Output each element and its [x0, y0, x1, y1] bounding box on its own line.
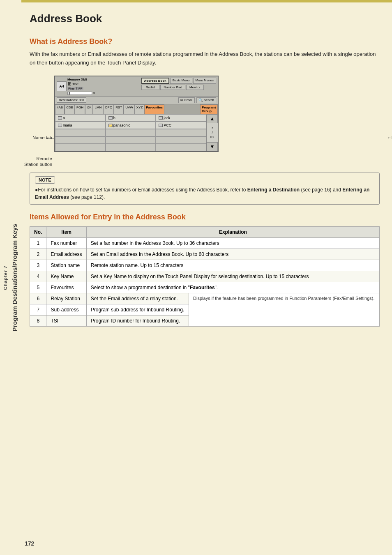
col-header-no: No. [30, 226, 46, 237]
tab-fgh[interactable]: FGH [75, 104, 85, 114]
scroll-up-btn[interactable]: ▲ [207, 114, 218, 123]
text-mode-label: Text [72, 82, 78, 86]
table-row: 5 Favourites Select to show a programmed… [30, 282, 380, 293]
search-btn[interactable]: 🔍 Search [196, 97, 216, 103]
row3-item: Station name [46, 260, 86, 271]
grid-cell-empty-4-2 [106, 136, 156, 144]
section2-title: Items Allowed for Entry in the Address B… [30, 213, 380, 221]
row4-explanation: Set a Key Name to display on the Touch P… [86, 271, 379, 282]
name-tab-line [46, 138, 54, 138]
grid-cell-empty-5-1 [55, 144, 106, 151]
note-bold1: Entering a Destination [247, 187, 300, 193]
grid-cell-maria[interactable]: maria [55, 122, 106, 129]
grid-cell-a[interactable]: a [55, 114, 106, 122]
row1-item: Fax number [46, 237, 86, 249]
col-header-item: Item [46, 226, 86, 237]
basic-menu-btn[interactable]: Basic Menu [170, 78, 192, 84]
row2-item: Email address [46, 249, 86, 260]
row1-explanation: Set a fax number in the Address Book. Up… [86, 237, 379, 249]
tab-rst[interactable]: RST [114, 104, 124, 114]
more-menus-btn[interactable]: More Menus [193, 78, 216, 84]
ui-diagram: Name tab RemoteStation button ←Favourite… [54, 76, 380, 152]
scroll-column: ▲ 7 / 01 ▼ [206, 114, 218, 151]
grid-cell-empty-4-1 [55, 136, 106, 144]
row1-no: 1 [30, 237, 46, 249]
tab-uvw[interactable]: UVW [124, 104, 135, 114]
table-row: 6 Relay Station Set the Email address of… [30, 293, 380, 304]
grid-cell-jack[interactable]: jack [156, 114, 206, 122]
grid-cell-panasonic[interactable]: 📁 panasonic [106, 122, 156, 129]
label-name-tab: Name tab [25, 135, 52, 140]
scroll-num-01: 01 [210, 135, 214, 139]
row6-no: 6 [30, 293, 46, 304]
section1-title: What is Address Book? [30, 37, 380, 46]
main-content: Address Book What is Address Book? With … [21, 0, 392, 339]
row5-no: 5 [30, 282, 46, 293]
number-pad-btn[interactable]: Number Pad [160, 85, 185, 90]
grid-cell-b[interactable]: b [106, 114, 156, 122]
email-btn[interactable]: ✉ Email [178, 97, 195, 103]
grid-cell-empty-3-2 [106, 129, 156, 136]
row2-explanation: Set an Email address in the Address Book… [86, 249, 379, 260]
row5-explanation: Select to show a programmed destination … [86, 282, 379, 293]
row4-item: Key Name [46, 271, 86, 282]
tab-opq[interactable]: OPQ [103, 104, 114, 114]
destinations-label: Destinations: 000 [57, 97, 86, 103]
row4-no: 4 [30, 271, 46, 282]
grid-cell-empty-4-3 [156, 136, 206, 144]
text-icon: 🖹 [67, 82, 71, 86]
row6-item: Relay Station [46, 293, 86, 304]
row7-explanation: Program sub-address for Inbound Routing. [86, 304, 189, 315]
scroll-number-display: 7 / 01 [207, 123, 218, 142]
note-box: NOTE ●For instructions on how to set fax… [30, 173, 380, 205]
tab-hash-ab[interactable]: #AB [55, 104, 65, 114]
monitor-btn[interactable]: Monitor [186, 85, 204, 90]
tab-cde[interactable]: CDE [65, 104, 75, 114]
page-title: Address Book [30, 12, 380, 28]
tab-ijk[interactable]: IJK [85, 104, 93, 114]
memory-xmi-label: Memory XMI [67, 78, 95, 81]
col-header-explanation: Explanation [86, 226, 379, 237]
note-text: ●For instructions on how to set fax numb… [35, 186, 374, 201]
row8-explanation: Program ID number for Inbound Routing. [86, 315, 189, 326]
grid-cell-empty-5-2 [106, 144, 156, 151]
label-favourites: ←Favourites [387, 135, 392, 140]
page-number: 172 [25, 540, 34, 547]
table-row: 3 Station name Remote station name. Up t… [30, 260, 380, 271]
address-book-btn[interactable]: Address Book [141, 78, 169, 84]
scroll-down-btn[interactable]: ▼ [207, 142, 218, 151]
row8-item: TSI [46, 315, 86, 326]
grid-cell-pcc[interactable]: PCC [156, 122, 206, 129]
table-row: 1 Fax number Set a fax number in the Add… [30, 237, 380, 249]
row5-item: Favourites [46, 282, 86, 293]
progress-indicator [69, 92, 70, 94]
items-table: No. Item Explanation 1 Fax number Set a … [30, 226, 380, 327]
row3-explanation: Remote station name. Up to 15 characters [86, 260, 379, 271]
section1-intro: With the fax numbers or Email addresses … [30, 50, 380, 67]
tab-lmn[interactable]: LMN [93, 104, 103, 114]
table-row: 4 Key Name Set a Key Name to display on … [30, 271, 380, 282]
a4-label: A4 [57, 81, 67, 91]
tab-favourites[interactable]: Favourites [144, 104, 164, 114]
tab-xyz[interactable]: XYZ [135, 104, 145, 114]
grid-cell-empty-3-3 [156, 129, 206, 136]
note-text-before: For instructions on how to set fax numbe… [38, 187, 247, 193]
row6-explanation: Set the Email address of a relay station… [86, 293, 189, 304]
note-text-mid: (see page 16) and [300, 187, 342, 193]
note-text-end: (see page 112). [69, 194, 105, 200]
email-btn-label: Email [184, 98, 193, 102]
row8-no: 8 [30, 315, 46, 326]
sidebar-chapter-label: Chapter 7 [2, 265, 9, 290]
redial-btn[interactable]: Redial [141, 85, 160, 90]
id-label: D [93, 92, 95, 94]
side-note: Displays if the feature has been program… [189, 293, 380, 326]
table-row: 2 Email address Set an Email address in … [30, 249, 380, 260]
grid-cell-empty-5-3 [156, 144, 206, 151]
fine-label: Fine,TIFF [67, 87, 83, 90]
row7-no: 7 [30, 304, 46, 315]
row3-no: 3 [30, 260, 46, 271]
scroll-num-slash: / [212, 130, 212, 135]
scroll-num-7: 7 [211, 126, 213, 130]
tab-program-group[interactable]: Program/Group [200, 104, 218, 114]
row2-no: 2 [30, 249, 46, 260]
